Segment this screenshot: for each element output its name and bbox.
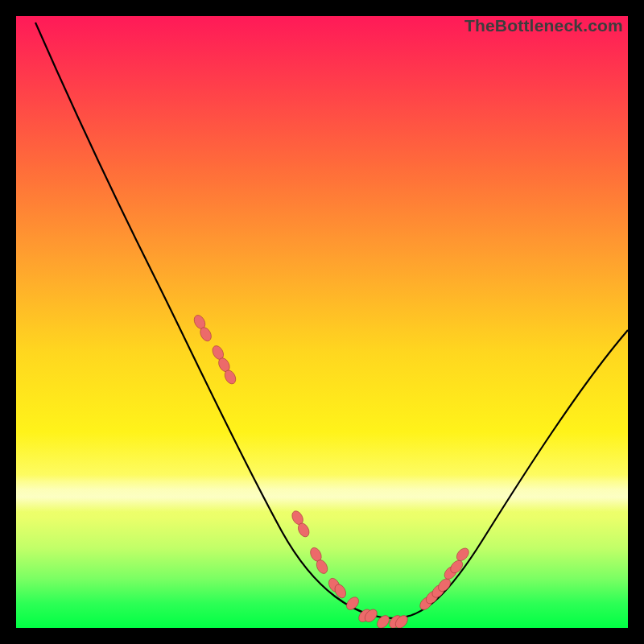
gradient-background [16,16,628,628]
watermark-text: TheBottleneck.com [464,16,623,35]
chart-frame: TheBottleneck.com [16,16,628,628]
